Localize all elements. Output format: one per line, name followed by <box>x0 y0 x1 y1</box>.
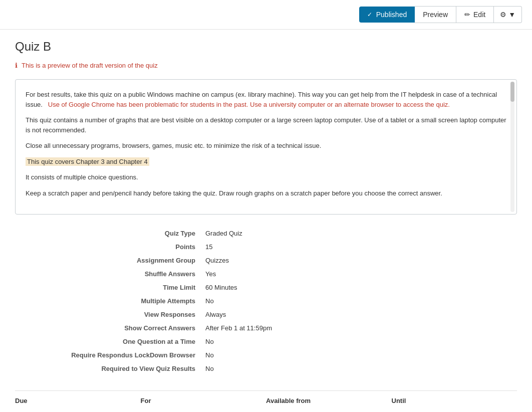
scrollbar-track[interactable] <box>510 82 514 212</box>
detail-value: 60 Minutes <box>205 284 517 291</box>
quiz-title: Quiz B <box>15 40 517 54</box>
detail-row: Time Limit60 Minutes <box>15 281 517 294</box>
detail-value: After Feb 1 at 11:59pm <box>205 324 517 332</box>
detail-value: 15 <box>205 243 517 251</box>
pencil-icon: ✏ <box>464 11 470 19</box>
detail-value: Always <box>205 311 517 318</box>
detail-row: Shuffle AnswersYes <box>15 267 517 281</box>
detail-row: View ResponsesAlways <box>15 308 517 321</box>
desc-para-6: Keep a scratch paper and pen/pencil hand… <box>26 188 506 198</box>
detail-label: Multiple Attempts <box>15 297 205 305</box>
desc-highlight: This quiz covers Chapter 3 and Chapter 4 <box>26 157 149 166</box>
check-icon: ✓ <box>367 11 372 18</box>
until-header: Until <box>392 397 517 404</box>
detail-label: View Responses <box>15 311 205 318</box>
detail-value: Graded Quiz <box>205 230 517 237</box>
desc-para-5: It consists of multiple choice questions… <box>26 172 506 182</box>
detail-label: Points <box>15 243 205 251</box>
detail-value: No <box>205 338 517 345</box>
detail-label: Quiz Type <box>15 230 205 237</box>
preview-button[interactable]: Preview <box>415 6 456 23</box>
edit-label: Edit <box>473 11 485 19</box>
quiz-details-table: Quiz TypeGraded QuizPoints15Assignment G… <box>15 227 517 375</box>
due-row: Due For Available from Until <box>15 390 517 404</box>
published-button[interactable]: ✓ Published <box>359 7 415 23</box>
detail-label: Time Limit <box>15 284 205 291</box>
scrollbar-thumb <box>510 82 514 102</box>
top-bar: ✓ Published Preview ✏ Edit ⚙ ▼ <box>0 0 532 30</box>
detail-value: No <box>205 365 517 372</box>
more-button[interactable]: ⚙ ▼ <box>494 6 522 23</box>
desc-para-2: This quiz contains a number of graphs th… <box>26 115 506 135</box>
desc-para-4: This quiz covers Chapter 3 and Chapter 4 <box>26 157 506 167</box>
for-header: For <box>141 397 267 404</box>
detail-value: No <box>205 297 517 305</box>
detail-label: One Question at a Time <box>15 338 205 345</box>
chevron-down-icon: ▼ <box>508 11 515 19</box>
gear-icon: ⚙ <box>500 11 506 19</box>
detail-value: Quizzes <box>205 257 517 264</box>
due-header: Due <box>15 397 141 404</box>
detail-label: Required to View Quiz Results <box>15 365 205 372</box>
draft-notice: ℹ This is a preview of the draft version… <box>15 62 517 69</box>
desc-para-1-link[interactable]: Use of Google Chrome has been problemati… <box>48 101 450 108</box>
page-content: Quiz B ℹ This is a preview of the draft … <box>0 30 532 412</box>
detail-label: Show Correct Answers <box>15 324 205 332</box>
detail-value: Yes <box>205 270 517 278</box>
detail-row: Require Respondus LockDown BrowserNo <box>15 348 517 362</box>
detail-row: Points15 <box>15 240 517 254</box>
detail-row: Quiz TypeGraded Quiz <box>15 227 517 240</box>
action-buttons: ✓ Published Preview ✏ Edit ⚙ ▼ <box>359 6 522 23</box>
available-from-header: Available from <box>266 397 392 404</box>
preview-label: Preview <box>423 11 448 19</box>
detail-label: Shuffle Answers <box>15 270 205 278</box>
detail-value: No <box>205 351 517 359</box>
detail-row: One Question at a TimeNo <box>15 335 517 348</box>
quiz-description-box: For best results, take this quiz on a pu… <box>15 79 517 215</box>
detail-row: Assignment GroupQuizzes <box>15 254 517 267</box>
draft-notice-text: This is a preview of the draft version o… <box>22 62 158 69</box>
published-label: Published <box>376 11 407 19</box>
detail-label: Require Respondus LockDown Browser <box>15 351 205 359</box>
detail-row: Show Correct AnswersAfter Feb 1 at 11:59… <box>15 321 517 335</box>
edit-button[interactable]: ✏ Edit <box>456 6 494 23</box>
detail-row: Multiple AttemptsNo <box>15 294 517 308</box>
desc-para-3: Close all unnecessary programs, browsers… <box>26 141 506 151</box>
desc-para-1: For best results, take this quiz on a pu… <box>26 90 506 109</box>
info-icon: ℹ <box>15 62 18 69</box>
detail-row: Required to View Quiz ResultsNo <box>15 362 517 375</box>
detail-label: Assignment Group <box>15 257 205 264</box>
